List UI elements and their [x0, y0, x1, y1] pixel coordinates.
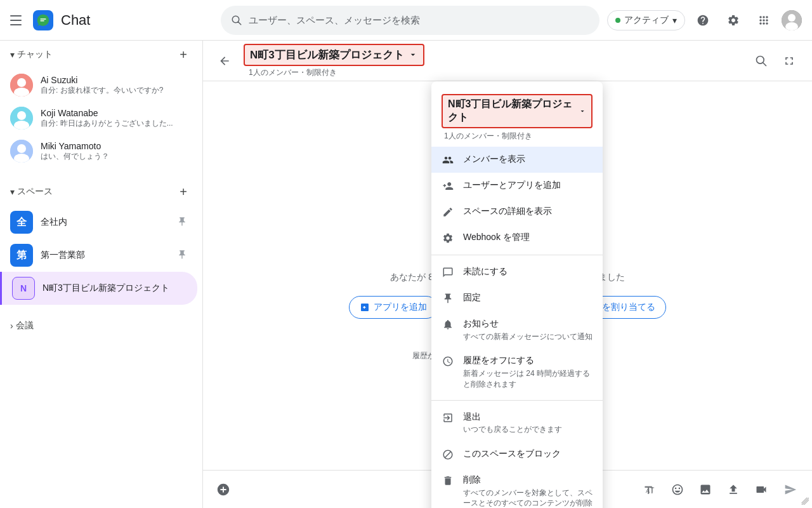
dropdown-item-add-users[interactable]: ユーザーとアプリを追加: [431, 173, 603, 199]
avatar-ai-suzuki: [10, 74, 33, 97]
pin-menu-icon: [442, 292, 454, 305]
dropdown-subtitle: 1人のメンバー・制限付き: [442, 131, 593, 142]
chat-item-miki-yamamoto[interactable]: Miki Yamamoto はい、何でしょう？: [0, 135, 197, 168]
app-title: Chat: [61, 12, 90, 29]
pin-icon-daiichi: [177, 250, 187, 262]
dropdown-header: N町3丁目ビル新築プロジェクト 1人のメンバー・制限付き: [431, 86, 603, 147]
settings-button[interactable]: [721, 8, 746, 33]
add-app-button[interactable]: アプリを追加: [349, 296, 438, 319]
dropdown-item-pin[interactable]: 固定: [431, 285, 603, 311]
dropdown-item-history-off[interactable]: 履歴をオフにする 新着メッセージは 24 時間が経過すると削除されます: [431, 348, 603, 396]
dropdown-pin-content: 固定: [463, 291, 481, 304]
block-icon: [442, 448, 454, 461]
chevron-down-icon: ▾: [672, 15, 677, 25]
space-item-n-machi[interactable]: N N町3丁目ビル新築プロジェクト: [0, 272, 197, 305]
chat-item-ai-suzuki[interactable]: Ai Suzuki 自分: お疲れ様です。今いいですか?: [0, 69, 197, 102]
hamburger-icon[interactable]: [10, 13, 25, 28]
svg-point-12: [17, 144, 26, 153]
history-off-icon: [442, 355, 454, 368]
space-item-daiichi[interactable]: 第 第一営業部: [0, 239, 197, 272]
dropdown-item-delete[interactable]: 削除 すべてのメンバーを対象として、スペースとそのすべてのコンテンツが削除されま…: [431, 467, 603, 508]
svg-point-9: [17, 111, 26, 120]
back-button[interactable]: [213, 50, 236, 72]
dropdown-menu: N町3丁目ビル新築プロジェクト 1人のメンバー・制限付き メンバーを表示: [431, 81, 603, 508]
video-button[interactable]: [749, 477, 774, 502]
app-logo: [33, 10, 53, 30]
svg-rect-0: [40, 18, 46, 19]
header-expand-button[interactable]: [776, 48, 802, 74]
dropdown-history-off-content: 履歴をオフにする 新着メッセージは 24 時間が経過すると削除されます: [463, 354, 593, 389]
search-bar[interactable]: [221, 6, 599, 35]
emoji-button[interactable]: [665, 477, 690, 502]
delete-icon: [442, 474, 454, 487]
topbar: Chat アクティブ ▾: [0, 0, 812, 41]
dropdown-item-webhook[interactable]: Webhook を管理: [431, 225, 603, 251]
dropdown-view-details-content: スペースの詳細を表示: [463, 205, 552, 218]
spaces-section-header[interactable]: ▾ スペース +: [0, 178, 202, 206]
title-chevron-down-icon: [408, 50, 418, 60]
dropdown-divider-2: [431, 400, 603, 401]
chevron-down-spaces-icon: ▾: [10, 187, 15, 197]
chat-content-ai-suzuki: Ai Suzuki 自分: お疲れ様です。今いいですか?: [41, 75, 187, 96]
status-dot: [615, 18, 620, 23]
dropdown-item-leave[interactable]: 退出 いつでも戻ることができます: [431, 404, 603, 441]
content-header: N町3丁目ビル新築プロジェクト 1人のメンバー・制限付き: [203, 41, 812, 81]
chat-item-koji-watanabe[interactable]: Koji Watanabe 自分: 昨日はありがとうございました...: [0, 102, 197, 135]
svg-point-6: [17, 78, 26, 87]
chats-section-header[interactable]: ▾ チャット +: [0, 41, 202, 69]
search-icon: [231, 15, 242, 26]
pin-icon-zenshanai: [177, 217, 187, 229]
main-layout: ▾ チャット + Ai Suzuki 自分: お疲れ様です。今いいですか? Ko…: [0, 41, 812, 508]
dropdown-title: N町3丁目ビル新築プロジェクト: [442, 94, 593, 128]
header-search-button[interactable]: [749, 48, 774, 74]
meetings-section[interactable]: › 会議: [0, 315, 202, 337]
dropdown-item-unread[interactable]: 未読にする: [431, 259, 603, 285]
add-chat-button[interactable]: +: [174, 46, 192, 64]
space-title-area: N町3丁目ビル新築プロジェクト 1人のメンバー・制限付き: [244, 44, 741, 78]
add-content-button[interactable]: [213, 479, 233, 500]
space-title-button[interactable]: N町3丁目ビル新築プロジェクト: [244, 44, 424, 66]
status-pill[interactable]: アクティブ ▾: [607, 10, 685, 30]
dropdown-item-block[interactable]: このスペースをブロック: [431, 441, 603, 467]
dropdown-view-members-content: メンバーを表示: [463, 153, 525, 166]
space-icon-daiichi: 第: [10, 244, 33, 267]
resize-handle[interactable]: [797, 493, 812, 508]
user-avatar[interactable]: [782, 10, 802, 30]
dropdown-item-view-details[interactable]: スペースの詳細を表示: [431, 199, 603, 225]
dropdown-add-users-content: ユーザーとアプリを追加: [463, 179, 561, 192]
chat-content-miki-yamamoto: Miki Yamamoto はい、何でしょう？: [41, 141, 187, 162]
dropdown-webhook-content: Webhook を管理: [463, 231, 530, 244]
unread-icon: [442, 266, 454, 279]
upload-button[interactable]: [721, 477, 746, 502]
text-format-button[interactable]: A: [637, 477, 662, 502]
header-actions: [749, 48, 802, 74]
dropdown-delete-content: 削除 すべてのメンバーを対象として、スペースとそのすべてのコンテンツが削除されま…: [463, 474, 593, 508]
space-item-zenshanai[interactable]: 全 全社内: [0, 206, 197, 239]
help-button[interactable]: [690, 8, 716, 33]
space-icon-zenshanai: 全: [10, 211, 33, 234]
content-area: N町3丁目ビル新築プロジェクト 1人のメンバー・制限付き: [203, 41, 812, 508]
avatar-koji-watanabe: [10, 107, 33, 130]
apps-button[interactable]: [751, 8, 776, 33]
sidebar: ▾ チャット + Ai Suzuki 自分: お疲れ様です。今いいですか? Ko…: [0, 41, 203, 508]
image-button[interactable]: [693, 477, 718, 502]
topbar-left: Chat: [10, 10, 213, 30]
topbar-right: アクティブ ▾: [607, 8, 802, 33]
search-input[interactable]: [249, 15, 589, 25]
chat-content-koji-watanabe: Koji Watanabe 自分: 昨日はありがとうございました...: [41, 108, 187, 129]
dropdown-divider-1: [431, 255, 603, 255]
add-space-button[interactable]: +: [174, 183, 192, 201]
edit-icon: [442, 206, 454, 218]
webhook-settings-icon: [442, 232, 454, 244]
dropdown-block-content: このスペースをブロック: [463, 448, 561, 460]
chevron-right-meetings-icon: ›: [10, 321, 13, 331]
svg-rect-1: [40, 20, 44, 21]
dropdown-notif-content: お知らせ すべての新着メッセージについて通知: [463, 318, 593, 342]
person-add-icon: [442, 180, 454, 192]
dropdown-item-notifications[interactable]: お知らせ すべての新着メッセージについて通知: [431, 311, 603, 348]
dropdown-item-view-members[interactable]: メンバーを表示: [431, 147, 603, 173]
spaces-section-label: ▾ スペース: [10, 186, 53, 197]
status-label: アクティブ: [624, 15, 669, 26]
chevron-down-chats-icon: ▾: [10, 50, 15, 60]
svg-text:A: A: [646, 488, 650, 494]
